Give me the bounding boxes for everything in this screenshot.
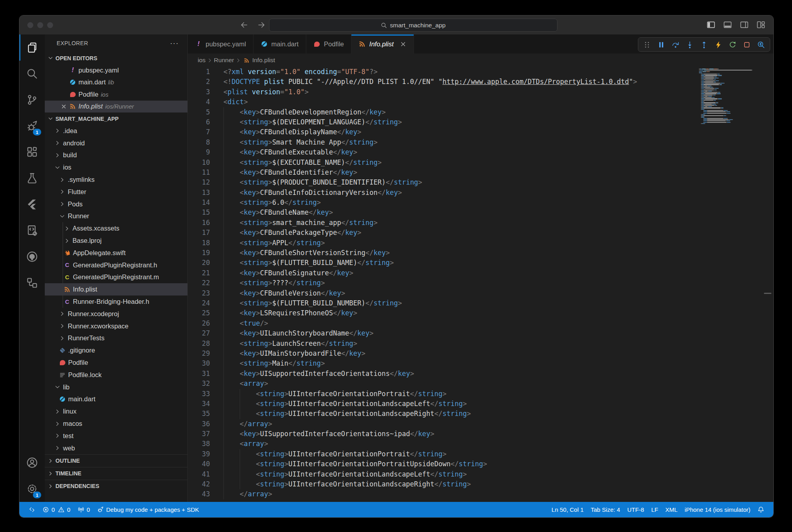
tab-pubspec-yaml[interactable]: !pubspec.yaml bbox=[188, 34, 254, 53]
status-indentation[interactable]: Tab Size: 4 bbox=[587, 506, 624, 513]
line-number: 32 bbox=[188, 379, 210, 389]
section-label: TIMELINE bbox=[55, 470, 81, 477]
activity-item-flutter[interactable] bbox=[19, 191, 45, 217]
status-cursor-position[interactable]: Ln 50, Col 1 bbox=[548, 506, 587, 513]
tree-file-podfile[interactable]: Podfile bbox=[45, 357, 187, 369]
tree-folder-pods[interactable]: Pods bbox=[45, 198, 187, 210]
more-actions-icon[interactable]: ··· bbox=[170, 39, 179, 48]
close-icon[interactable] bbox=[400, 41, 406, 48]
code-line-1: 1<?xml version="1.0" encoding="UTF-8"?> bbox=[188, 67, 773, 77]
tree-folder-symlinks[interactable]: .symlinks bbox=[45, 174, 187, 186]
section-timeline[interactable]: TIMELINE bbox=[45, 467, 187, 480]
open-editor-pubspec-yaml[interactable]: !pubspec.yaml bbox=[45, 64, 187, 76]
status-errors[interactable]: 0 bbox=[39, 506, 56, 513]
pause-button[interactable] bbox=[654, 38, 668, 51]
breadcrumb-item-info-plist[interactable]: Info.plist bbox=[252, 57, 275, 64]
tree-file-generatedpluginregistrant-h[interactable]: CGeneratedPluginRegistrant.h bbox=[45, 259, 187, 271]
widget-inspector-button[interactable] bbox=[754, 38, 768, 51]
zoom-window-button[interactable] bbox=[47, 22, 53, 28]
activity-item-project-manager[interactable] bbox=[19, 217, 45, 244]
activity-item-extensions[interactable] bbox=[19, 139, 45, 165]
minimap-line bbox=[699, 119, 758, 120]
tree-folder-linux[interactable]: linux bbox=[45, 405, 187, 418]
minimize-window-button[interactable] bbox=[37, 22, 43, 28]
forward-icon[interactable] bbox=[257, 20, 266, 30]
workspace-header[interactable]: SMART_MACHINE_APP bbox=[45, 113, 187, 125]
tree-folder-runner-xcodeproj[interactable]: Runner.xcodeproj bbox=[45, 308, 187, 320]
tree-file-main-dart[interactable]: main.dart bbox=[45, 393, 187, 406]
tree-folder-lib[interactable]: lib bbox=[45, 381, 187, 393]
tree-folder-flutter[interactable]: Flutter bbox=[45, 186, 187, 198]
status-language-mode[interactable]: XML bbox=[662, 506, 681, 513]
layout-sidebar-left-icon[interactable] bbox=[706, 20, 716, 29]
tree-folder-runner[interactable]: Runner bbox=[45, 210, 187, 223]
activity-item-manage[interactable]: 1 bbox=[19, 476, 45, 502]
tree-folder-macos[interactable]: macos bbox=[45, 418, 187, 430]
tree-folder-web[interactable]: web bbox=[45, 442, 187, 454]
layout-sidebar-right-icon[interactable] bbox=[740, 20, 749, 29]
status-ports[interactable]: 0 bbox=[74, 506, 94, 513]
open-editors-header[interactable]: OPEN EDITORS bbox=[45, 52, 187, 64]
layout-panel-icon[interactable] bbox=[723, 20, 732, 29]
breadcrumb-item-ios[interactable]: ios bbox=[198, 57, 206, 64]
status-flutter-device[interactable]: iPhone 14 (ios simulator) bbox=[681, 506, 754, 513]
tree-file-generatedpluginregistrant-m[interactable]: CGeneratedPluginRegistrant.m bbox=[45, 271, 187, 284]
activity-item-source-control[interactable] bbox=[19, 87, 45, 113]
step-out-button[interactable] bbox=[697, 38, 711, 51]
open-editor-podfile[interactable]: Podfileios bbox=[45, 88, 187, 101]
tree-folder-runnertests[interactable]: RunnerTests bbox=[45, 332, 187, 345]
section-dependencies[interactable]: DEPENDENCIES bbox=[45, 480, 187, 492]
section-outline[interactable]: OUTLINE bbox=[45, 454, 187, 467]
activity-item-testing[interactable] bbox=[19, 165, 45, 191]
minimap[interactable] bbox=[699, 69, 758, 124]
tree-folder-assets-xcassets[interactable]: Assets.xcassets bbox=[45, 222, 187, 235]
tab-podfile[interactable]: Podfile bbox=[306, 34, 351, 53]
line-number: 26 bbox=[188, 318, 210, 328]
open-editor-info-plist[interactable]: Info.plistios/Runner bbox=[45, 101, 187, 113]
step-into-button[interactable] bbox=[683, 38, 697, 51]
activity-item-accounts[interactable] bbox=[19, 450, 45, 476]
activity-item-references[interactable] bbox=[19, 270, 45, 296]
tree-file-podfile-lock[interactable]: Podfile.lock bbox=[45, 369, 187, 381]
line-number: 41 bbox=[188, 469, 210, 479]
open-editor-main-dart[interactable]: main.dartlib bbox=[45, 76, 187, 89]
activity-item-search[interactable] bbox=[19, 61, 45, 87]
close-icon[interactable] bbox=[61, 103, 67, 110]
status-debug-config[interactable]: Debug my code + packages + SDK bbox=[94, 506, 202, 513]
close-window-button[interactable] bbox=[27, 22, 33, 28]
stop-button[interactable] bbox=[740, 38, 754, 51]
tree-file-appdelegate-swift[interactable]: AppDelegate.swift bbox=[45, 247, 187, 259]
tree-file-info-plist[interactable]: Info.plist bbox=[45, 283, 187, 296]
code-editor[interactable]: 1<?xml version="1.0" encoding="UTF-8"?>2… bbox=[188, 67, 773, 500]
tree-folder-test[interactable]: test bbox=[45, 430, 187, 442]
status-remote-indicator[interactable] bbox=[25, 506, 39, 513]
tree-folder-runner-xcworkspace[interactable]: Runner.xcworkspace bbox=[45, 320, 187, 332]
code-line-25: 25 <key>LSRequiresIPhoneOS</key> bbox=[188, 308, 773, 318]
drag-handle-button[interactable] bbox=[640, 38, 654, 51]
restart-button[interactable] bbox=[725, 38, 740, 51]
status-encoding[interactable]: UTF-8 bbox=[624, 506, 648, 513]
activity-item-run-and-debug[interactable]: 1 bbox=[19, 113, 45, 139]
tree-file-gitignore[interactable]: .gitignore bbox=[45, 344, 187, 357]
tree-folder-android[interactable]: android bbox=[45, 137, 187, 149]
tab-info-plist[interactable]: Info.plist bbox=[351, 34, 414, 53]
status-eol[interactable]: LF bbox=[648, 506, 662, 513]
step-over-button[interactable] bbox=[668, 38, 683, 51]
minimap-line bbox=[699, 86, 758, 86]
activity-item-github[interactable] bbox=[19, 244, 45, 270]
command-center-search[interactable]: smart_machine_app bbox=[269, 19, 557, 32]
hot-reload-button[interactable] bbox=[711, 38, 725, 51]
layout-custom-icon[interactable] bbox=[756, 20, 765, 29]
tree-folder-base-lproj[interactable]: Base.lproj bbox=[45, 235, 187, 247]
tree-folder-idea[interactable]: .idea bbox=[45, 125, 187, 137]
tree-folder-ios[interactable]: ios bbox=[45, 161, 187, 174]
status-warnings[interactable]: 0 bbox=[56, 506, 74, 513]
back-icon[interactable] bbox=[240, 20, 248, 30]
tab-main-dart[interactable]: main.dart bbox=[254, 34, 306, 53]
tree-folder-build[interactable]: build bbox=[45, 149, 187, 162]
activity-item-explorer[interactable] bbox=[19, 34, 45, 61]
tree-file-runner-bridging-header-h[interactable]: CRunner-Bridging-Header.h bbox=[45, 296, 187, 308]
status-notifications[interactable] bbox=[754, 506, 768, 513]
status-text: Tab Size: 4 bbox=[591, 506, 620, 513]
breadcrumb-item-runner[interactable]: Runner bbox=[214, 57, 234, 64]
